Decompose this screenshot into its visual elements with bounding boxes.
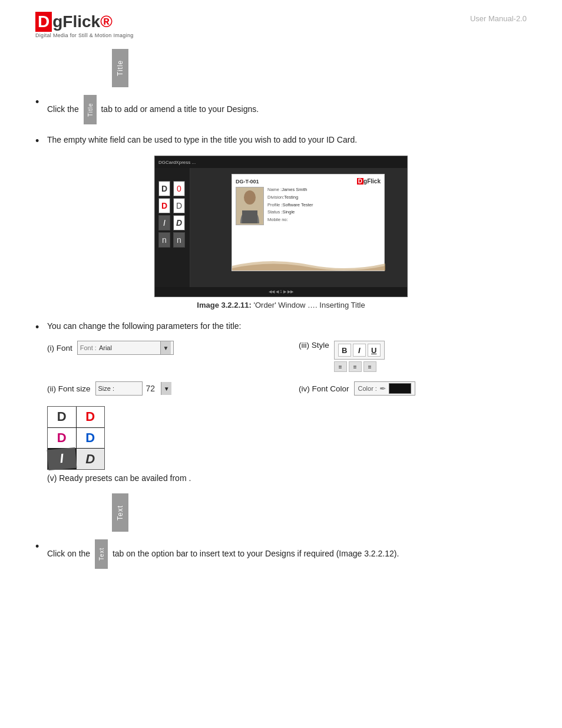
ss-id-card: DG-T-001 DgFlick Na (232, 174, 385, 271)
text-tab: Text (112, 493, 128, 532)
font-control[interactable]: Font : Arial ▼ (77, 341, 174, 355)
param-fontsize-label: (ii) Font size (47, 384, 91, 393)
preset-cell-1[interactable]: D (48, 407, 76, 427)
logo-dot: ® (100, 12, 113, 31)
preset-cell-5[interactable]: I (47, 447, 77, 470)
presets-section: D D D D I D (v) Ready presets can be ava… (47, 406, 527, 483)
bullet-section-3: • You can change the following parameter… (35, 320, 527, 483)
ss-info-division: Division:Testing (267, 195, 381, 200)
ss-card-logo-d: D (357, 178, 363, 185)
svg-point-0 (244, 190, 256, 205)
style-buttons-row: B I U (334, 341, 385, 360)
ss-tb-text: DGCardXpress ... (158, 160, 196, 165)
bullet-dot-1: • (35, 97, 47, 107)
bullet-item-3: • You can change the following parameter… (35, 320, 527, 332)
size-dropdown-arrow[interactable]: ▼ (161, 382, 171, 395)
param-font: (i) Font Font : Arial ▼ (47, 341, 275, 355)
font-dropdown-arrow[interactable]: ▼ (160, 341, 171, 354)
title-tab: Title (112, 49, 128, 87)
svg-rect-1 (242, 210, 257, 223)
preset-cell-2[interactable]: D (77, 407, 105, 427)
color-picker-icon[interactable]: ✒ (379, 384, 386, 393)
size-control-label: Size : (98, 385, 140, 392)
screenshot-caption: Image 3.2.2.11: 'Order' Window …. Insert… (197, 301, 365, 309)
presets-box[interactable]: D D D D I D (47, 406, 105, 470)
preset-cell-4[interactable]: D (77, 428, 105, 449)
ss-sidebar: D 0 D D I D n n (155, 168, 190, 287)
title-tab-image: Title (112, 49, 527, 89)
ss-card-id: DG-T-001 (236, 179, 259, 185)
param-fontcolor-label: (iv) Font Color (299, 384, 349, 393)
logo: DgFlick® (35, 12, 113, 32)
font-dropdown-value: Arial (99, 344, 158, 351)
presets-dot: . (189, 473, 191, 483)
logo-d-letter: D (35, 12, 52, 32)
page-header: DgFlick® Digital Media for Still & Motio… (35, 12, 527, 38)
inline-title-tab: Title (84, 95, 97, 124)
ss-info-name: Name :James Smith (267, 187, 381, 193)
bullet-text-3: You can change the following parameters … (47, 320, 527, 332)
bullet-item-1: • Click the Title tab to add or amend a … (35, 95, 527, 124)
ss-topbar: DGCardXpress ... (155, 156, 407, 168)
ss-info-status: Status :Single (267, 209, 381, 215)
bullet-dot-2: • (35, 136, 47, 146)
bold-button[interactable]: B (338, 344, 351, 357)
screenshot-container: DGCardXpress ... D 0 D D I D n n (35, 156, 527, 309)
preset-cell-3[interactable]: D (48, 428, 76, 449)
params-grid: (i) Font Font : Arial ▼ (iii) Style B I … (47, 341, 527, 396)
align-center-button[interactable]: ≡ (349, 361, 362, 372)
ss-card-logo: DgFlick (357, 178, 381, 185)
logo-container: DgFlick® Digital Media for Still & Motio… (35, 12, 134, 38)
caption-bold: Image 3.2.2.11: (197, 301, 252, 309)
preset-cell-6[interactable]: D (77, 449, 105, 469)
fontsize-control[interactable]: Size : 72 ▼ (95, 381, 172, 396)
text-tab-image: Text (112, 493, 527, 533)
manual-version: User Manual-2.0 (470, 14, 527, 23)
ss-nav-dots: ◀◀ ◀ 1 ▶ ▶▶ (269, 289, 293, 294)
color-control[interactable]: Color : ✒ (354, 381, 415, 396)
align-right-button[interactable]: ≡ (363, 361, 376, 372)
bullet-dot-4: • (35, 541, 47, 552)
ss-person-photo (236, 187, 264, 225)
bullet-section-2: • The empty white field can be used to t… (35, 134, 527, 146)
logo-flick-text: Flick® (62, 12, 112, 31)
param-font-label: (i) Font (47, 344, 72, 353)
style-align-row: ≡ ≡ ≡ (334, 361, 385, 372)
logo-g-letter: g (52, 12, 62, 31)
font-dropdown[interactable]: Font : Arial ▼ (77, 341, 174, 355)
ss-info-mobile: Mobile no: (267, 217, 381, 223)
bullet-text-2: The empty white field can be used to typ… (47, 134, 527, 146)
ss-main: DG-T-001 DgFlick Na (190, 168, 407, 287)
font-control-label: Font : (80, 344, 97, 351)
size-number-value: 72 (146, 384, 156, 393)
bullet-item-4: • Click on the Text tab on the option ba… (35, 539, 527, 569)
underline-button[interactable]: U (368, 344, 381, 357)
caption-rest: 'Order' Window …. Inserting Title (252, 301, 365, 309)
param-style: (iii) Style B I U ≡ ≡ ≡ (299, 341, 527, 372)
size-dropdown[interactable]: Size : (95, 381, 143, 396)
param-style-label: (iii) Style (299, 341, 329, 350)
ss-info: Name :James Smith Division:Testing Profi… (267, 187, 381, 225)
bullet-section-4: • Click on the Text tab on the option ba… (35, 539, 527, 569)
color-control-label: Color : (358, 385, 377, 392)
ss-card-logo-rest: gFlick (363, 178, 381, 185)
bullet-section-1: • Click the Title tab to add or amend a … (35, 95, 527, 124)
ss-bottombar: ◀◀ ◀ 1 ▶ ▶▶ (155, 287, 407, 297)
inline-text-tab: Text (95, 539, 108, 569)
bullet-item-2: • The empty white field can be used to t… (35, 134, 527, 146)
ss-info-profile: Profile :Software Tester (267, 202, 381, 208)
bullet-text-1: Click the Title tab to add or amend a ti… (47, 95, 527, 124)
param-fontsize: (ii) Font size Size : 72 ▼ (47, 381, 275, 396)
bullet-text-4: Click on the Text tab on the option bar … (47, 539, 527, 569)
presets-label: (v) Ready presets can be availed from . (47, 473, 191, 483)
logo-subtitle: Digital Media for Still & Motion Imaging (35, 32, 134, 38)
bullet-dot-3: • (35, 322, 47, 332)
italic-button[interactable]: I (353, 344, 366, 357)
param-fontcolor: (iv) Font Color Color : ✒ (299, 381, 527, 396)
style-control: B I U ≡ ≡ ≡ (334, 341, 385, 372)
color-swatch[interactable] (389, 383, 411, 394)
align-left-button[interactable]: ≡ (334, 361, 347, 372)
screenshot-image: DGCardXpress ... D 0 D D I D n n (154, 156, 408, 297)
